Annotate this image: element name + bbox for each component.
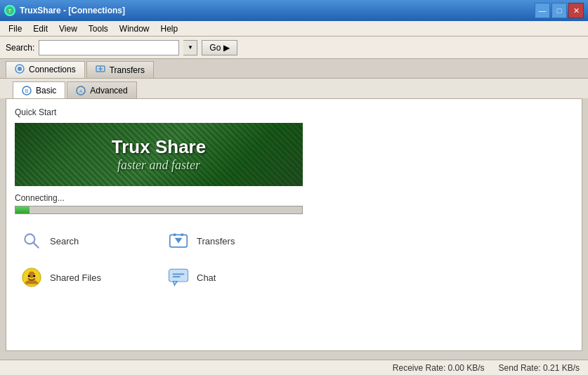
svg-point-3 — [18, 67, 22, 71]
quickstart-transfers[interactable]: Transfers — [162, 225, 303, 256]
svg-point-16 — [28, 272, 34, 278]
quickstart-search[interactable]: Search — [15, 225, 156, 256]
go-button[interactable]: Go ▶ — [202, 40, 237, 55]
advanced-tab-icon: A — [76, 86, 86, 96]
receive-rate-value: 0.00 KB/s — [448, 363, 485, 373]
advanced-tab-label: Advanced — [90, 86, 127, 96]
menu-item-tools[interactable]: Tools — [83, 22, 114, 35]
status-bar: Receive Rate: 0.00 KB/s Send Rate: 0.21 … — [0, 360, 588, 375]
menu-item-help[interactable]: Help — [155, 22, 184, 35]
shared-files-label: Shared Files — [50, 272, 101, 283]
svg-point-18 — [33, 275, 35, 277]
main-panel: Quick Start Trux Share faster and faster… — [6, 98, 582, 351]
connecting-status: Connecting... — [15, 193, 573, 203]
svg-marker-12 — [175, 238, 183, 244]
menu-item-window[interactable]: Window — [114, 22, 155, 35]
transfers-icon — [167, 230, 190, 252]
svg-text:B: B — [25, 88, 29, 93]
quickstart-shared-files[interactable]: Shared Files — [15, 262, 156, 293]
toolbar: Search: ▼ Go ▶ — [0, 37, 588, 59]
banner-title: Trux Share — [112, 136, 206, 158]
svg-line-10 — [34, 243, 39, 248]
window-title: TruxShare - [Connections] — [20, 6, 125, 15]
progress-bar-fill — [15, 206, 30, 213]
basic-tab-icon: B — [22, 86, 32, 96]
transfers-label-qs: Transfers — [197, 236, 235, 246]
menu-bar: File Edit View Tools Window Help — [0, 21, 588, 37]
search-input[interactable] — [39, 40, 179, 55]
svg-text:A: A — [79, 89, 82, 93]
minimize-button[interactable]: — — [535, 3, 550, 18]
menu-item-view[interactable]: View — [53, 22, 83, 35]
svg-rect-23 — [173, 276, 181, 277]
quick-start-label: Quick Start — [15, 107, 573, 117]
search-icon — [20, 230, 43, 252]
receive-rate-label: Receive Rate: — [393, 363, 448, 373]
send-rate-label: Send Rate: — [499, 363, 543, 373]
transfers-tab-icon — [96, 64, 105, 76]
svg-marker-21 — [174, 282, 178, 286]
quickstart-chat[interactable]: Chat — [162, 262, 303, 293]
tab-transfers[interactable]: Transfers — [86, 61, 154, 78]
svg-rect-13 — [174, 234, 176, 237]
subtab-advanced[interactable]: A Advanced — [67, 81, 136, 98]
quick-start-grid: Search Transfers — [15, 225, 303, 293]
chat-icon — [167, 266, 190, 289]
receive-rate: Receive Rate: 0.00 KB/s — [393, 363, 485, 373]
tab-connections[interactable]: Connections — [6, 61, 85, 78]
maximize-button[interactable]: □ — [551, 3, 567, 18]
close-button[interactable]: ✕ — [568, 3, 584, 18]
svg-rect-22 — [173, 273, 185, 275]
chat-label: Chat — [197, 272, 216, 283]
window-controls: — □ ✕ — [535, 3, 584, 18]
title-bar-left: T TruxShare - [Connections] — [4, 5, 125, 16]
send-rate: Send Rate: 0.21 KB/s — [499, 363, 580, 373]
title-bar: T TruxShare - [Connections] — □ ✕ — [0, 0, 588, 21]
search-label-qs: Search — [50, 236, 79, 246]
app-icon: T — [4, 5, 15, 16]
menu-item-file[interactable]: File — [3, 22, 27, 35]
sub-tabs: B Basic A Advanced — [0, 79, 588, 98]
banner-subtitle: faster and faster — [117, 158, 200, 173]
transfers-tab-label: Transfers — [110, 65, 145, 75]
search-dropdown[interactable]: ▼ — [183, 40, 197, 55]
menu-item-edit[interactable]: Edit — [27, 22, 53, 35]
subtab-basic[interactable]: B Basic — [13, 81, 65, 98]
svg-rect-20 — [169, 270, 188, 282]
svg-rect-14 — [181, 234, 184, 237]
basic-tab-label: Basic — [36, 86, 56, 96]
shared-files-icon — [20, 266, 43, 289]
connections-tab-icon — [15, 64, 25, 76]
search-label: Search: — [6, 43, 34, 53]
main-tabs: Connections Transfers — [0, 59, 588, 79]
svg-point-17 — [28, 275, 30, 277]
banner: Trux Share faster and faster — [15, 123, 303, 186]
svg-text:T: T — [8, 8, 12, 14]
send-rate-value: 0.21 KB/s — [543, 363, 580, 373]
progress-bar — [15, 206, 303, 214]
connections-tab-label: Connections — [29, 65, 76, 74]
